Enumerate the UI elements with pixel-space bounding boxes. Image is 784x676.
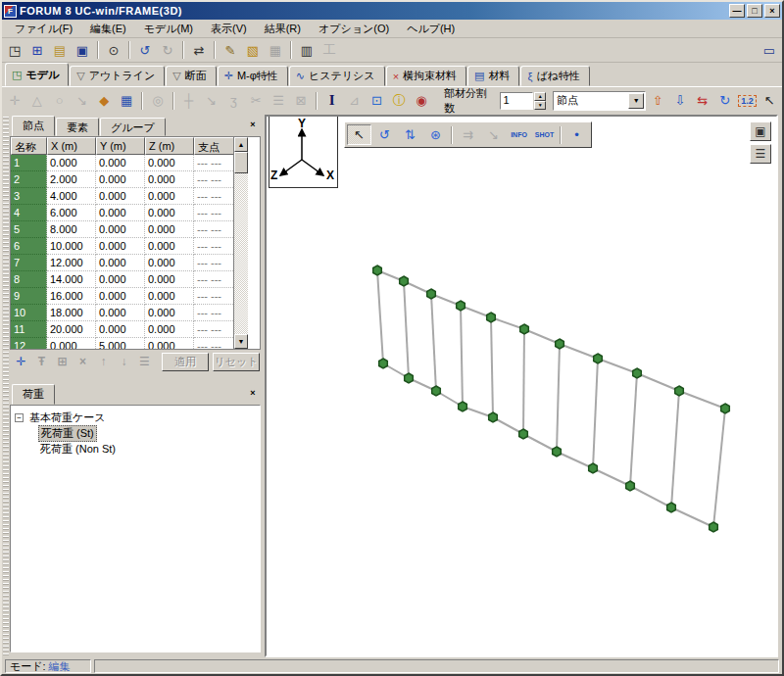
table-cell[interactable]: 18.000 [47,305,96,321]
refresh-icon[interactable]: ↻ [714,91,736,111]
table-cell[interactable]: --- --- [194,288,233,305]
import-window-icon[interactable]: ⊡ [366,91,387,111]
frame-member[interactable] [377,270,383,363]
frame-node[interactable] [489,412,498,422]
frame-member[interactable] [598,359,637,373]
table-cell[interactable]: 0.000 [96,255,145,271]
table-cell[interactable]: 0.000 [47,338,96,349]
frame-node[interactable] [519,429,528,439]
node-panel-close-icon[interactable]: × [246,119,260,131]
row-number-cell[interactable]: 1 [11,155,47,171]
table-cell[interactable]: --- --- [194,171,233,188]
table-cell[interactable]: 20.000 [47,321,96,338]
pick-info-icon[interactable]: ⓘ [388,91,410,111]
select-cursor-icon[interactable]: ↖ [347,124,371,145]
frame-node[interactable] [457,301,466,311]
table-cell[interactable]: --- --- [194,155,233,171]
table-cell[interactable]: 0.000 [145,305,194,321]
tree-root-row[interactable]: − 基本荷重ケース [13,410,258,425]
row-number-cell[interactable]: 7 [11,255,47,271]
frame-node[interactable] [373,266,382,275]
table-cell[interactable]: --- --- [194,271,233,288]
table-cell[interactable]: 0.000 [96,205,145,221]
menu-h[interactable]: ヘルプ(H) [398,20,464,38]
measure-icon[interactable]: ⇄ [188,40,210,60]
tab-横拘束材料[interactable]: ×横拘束材料 [386,66,466,86]
tab-load[interactable]: 荷重 [12,384,55,405]
table-cell[interactable]: 12.000 [47,255,96,271]
table-cell[interactable]: 5.000 [96,338,145,349]
frame-member[interactable] [523,329,524,434]
point-size-icon[interactable]: • [564,124,589,145]
frame-node[interactable] [626,481,635,491]
table-cell[interactable]: --- --- [194,305,233,321]
display-settings-icon[interactable]: ▭ [759,40,780,60]
dock-grip-handle[interactable] [3,117,9,655]
new-model-icon[interactable]: ◳ [4,40,25,60]
orbit-icon[interactable]: ↺ [372,124,397,145]
frame-node[interactable] [432,386,441,396]
calculator-icon[interactable]: ▥ [296,40,318,60]
frame-member[interactable] [637,373,679,391]
frame-member[interactable] [713,409,725,527]
frame-node[interactable] [556,339,564,349]
maximize-button[interactable]: □ [747,4,762,18]
numbering-icon[interactable]: 1.2 [737,91,759,111]
info-capture-icon[interactable]: INFO [507,124,531,145]
menu-o[interactable]: オプション(O) [310,20,398,38]
print-preview-icon[interactable]: ⊙ [103,40,124,60]
tab-材料[interactable]: ▤材料 [467,66,519,86]
table-cell[interactable]: 0.000 [145,288,194,305]
frame-member[interactable] [593,468,630,486]
table-cell[interactable]: 2.000 [47,171,96,188]
frame-node[interactable] [379,359,388,368]
menu-m[interactable]: モデル(M) [135,20,202,38]
table-cell[interactable]: --- --- [194,221,233,238]
menu-v[interactable]: 表示(V) [202,20,256,38]
scroll-up-button[interactable]: ▲ [234,137,248,152]
tab-ヒステリシス[interactable]: ∿ヒステリシス [289,66,385,86]
tab-アウトライン[interactable]: ▽アウトライン [70,66,165,86]
target-type-select[interactable]: 節点▼ [553,91,646,111]
frame-node[interactable] [675,386,684,396]
table-cell[interactable]: 0.000 [96,171,145,188]
frame-member[interactable] [524,329,560,344]
frame-member[interactable] [491,317,524,329]
table-cell[interactable]: 4.000 [47,188,96,205]
table-cell[interactable]: 0.000 [47,155,96,171]
row-number-cell[interactable]: 4 [11,205,47,221]
table-cell[interactable]: --- --- [194,255,233,271]
frame-member[interactable] [491,317,493,417]
table-cell[interactable]: 0.000 [96,155,145,171]
select-mode-icon[interactable]: ↖ [759,91,780,111]
assign-attribute-icon[interactable]: ◆ [93,91,115,111]
table-cell[interactable]: 0.000 [96,321,145,338]
table-cell[interactable]: 0.000 [96,271,145,288]
frame-node[interactable] [633,368,642,378]
tab-グループ[interactable]: グループ [100,118,166,136]
frame-node[interactable] [710,522,718,532]
table-cell[interactable]: 0.000 [145,205,194,221]
column-header[interactable]: X (m) [47,137,96,155]
frame-node[interactable] [667,503,676,512]
frame-member[interactable] [671,507,713,527]
shot-capture-icon[interactable]: SHOT [532,124,557,145]
frame-node[interactable] [553,447,562,457]
edit-model-icon[interactable]: ✎ [220,40,241,60]
row-number-cell[interactable]: 2 [11,171,47,188]
add-row-icon[interactable]: ✛ [13,354,29,370]
tab-モデル[interactable]: ◳モデル [5,63,69,86]
frame-node[interactable] [487,313,496,322]
table-cell[interactable]: --- --- [194,188,233,205]
frame-member[interactable] [557,344,560,452]
frame-member[interactable] [593,359,598,468]
menu-e[interactable]: 編集(E) [81,20,135,38]
table-cell[interactable]: 0.000 [145,221,194,238]
frame-node[interactable] [427,289,436,299]
table-cell[interactable]: 0.000 [96,288,145,305]
edit-table-icon[interactable]: ▦ [116,91,137,111]
frame-member[interactable] [679,391,725,409]
load-case-item[interactable]: 死荷重 (Non St) [38,442,118,457]
row-number-cell[interactable]: 8 [11,271,47,288]
frame-node[interactable] [405,373,414,383]
